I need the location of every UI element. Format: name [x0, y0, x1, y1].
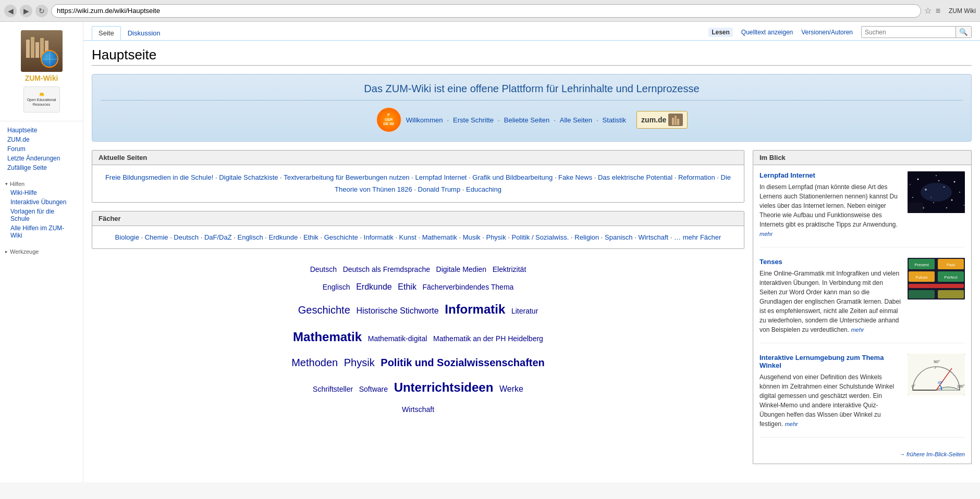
tag-deutsch[interactable]: Deutsch — [310, 265, 337, 273]
link-biologie[interactable]: Biologie — [115, 233, 139, 241]
link-spanisch[interactable]: Spanisch — [605, 233, 632, 241]
search-box: 🔍 — [861, 26, 972, 38]
menu-icon[interactable]: ≡ — [936, 6, 940, 16]
tag-werke[interactable]: Werke — [499, 384, 523, 393]
link-chemie[interactable]: Chemie — [145, 233, 168, 241]
link-deutsch-fach[interactable]: Deutsch — [174, 233, 199, 241]
sidebar-link-zum[interactable]: ZUM.de — [0, 135, 83, 144]
search-button[interactable]: 🔍 — [956, 27, 971, 38]
link-elektrisch[interactable]: Das elektrische Potential — [598, 173, 672, 181]
tag-politik-sozial[interactable]: Politik und Sozialwissenschaften — [381, 357, 545, 368]
sidebar-link-interaktiv[interactable]: Interaktive Übungen — [0, 197, 83, 207]
link-daf[interactable]: DaF/DaZ — [204, 233, 232, 241]
link-freie-bildungsmedien[interactable]: Freie Bildungsmedien in die Schule! — [105, 173, 213, 181]
tab-lesen[interactable]: Lesen — [708, 28, 733, 37]
link-englisch-fach[interactable]: Englisch — [237, 233, 263, 241]
link-lernpfad-internet[interactable]: Lernpfad Internet — [415, 173, 467, 181]
link-educaching[interactable]: Educaching — [466, 185, 501, 193]
back-button[interactable]: ◀ — [4, 5, 17, 17]
svg-point-12 — [921, 183, 952, 202]
logo-text: ZUM-Wiki — [4, 74, 79, 82]
im-blick-more-3[interactable]: mehr — [785, 421, 798, 427]
im-blick-more-1[interactable]: mehr — [760, 231, 773, 237]
link-mathematik-fach[interactable]: Mathematik — [422, 233, 457, 241]
link-religion[interactable]: Religion — [574, 233, 599, 241]
tag-methoden[interactable]: Methoden — [291, 357, 338, 368]
im-blick-body: Lernpfad Internet In diesem Lernpfad (ma… — [753, 165, 972, 464]
reload-button[interactable]: ↻ — [35, 5, 48, 17]
tag-mathematik-digital[interactable]: Mathematik-digital — [368, 334, 427, 343]
tab-versionen[interactable]: Versionen/Autoren — [801, 29, 853, 36]
tag-software[interactable]: Software — [359, 385, 388, 393]
tag-mathematik[interactable]: Mathematik — [293, 330, 362, 344]
tag-mathematik-ph[interactable]: Mathematik an der PH Heidelberg — [433, 334, 543, 343]
sidebar-link-aenderungen[interactable]: Letzte Änderungen — [0, 154, 83, 163]
sidebar-werkzeuge-header[interactable]: ▸ Werkzeuge — [0, 246, 83, 256]
link-mehr-faecher[interactable]: … mehr Fächer — [674, 233, 721, 241]
link-donald-trump[interactable]: Donald Trump — [418, 185, 461, 193]
sidebar-link-forum[interactable]: Forum — [0, 144, 83, 154]
tag-faecherverbindend[interactable]: Fächerverbindendes Thema — [423, 283, 514, 291]
im-blick-nav[interactable]: → frühere Im-Blick-Seiten — [760, 448, 965, 457]
tag-erdkunde[interactable]: Erdkunde — [356, 282, 392, 291]
search-input[interactable] — [862, 27, 956, 38]
faecher-box: Fächer Biologie · Chemie · Deutsch · DaF… — [92, 211, 744, 249]
sidebar-link-alle-hilfen[interactable]: Alle Hilfen im ZUM-Wiki — [0, 223, 83, 240]
zum-de-logo[interactable]: zum.de — [636, 111, 688, 129]
link-erdkunde-fach[interactable]: Erdkunde — [268, 233, 298, 241]
im-blick-title-2[interactable]: Tenses — [760, 258, 901, 266]
banner-link-erste-schritte[interactable]: Erste Schritte — [453, 116, 494, 124]
svg-point-16 — [963, 205, 964, 206]
link-kunst[interactable]: Kunst — [399, 233, 416, 241]
svg-point-13 — [910, 184, 911, 185]
im-blick-more-2[interactable]: mehr — [851, 327, 864, 333]
tag-elektrizitaet[interactable]: Elektrizität — [493, 265, 526, 273]
link-grafik[interactable]: Grafik und Bildbearbeitung — [472, 173, 553, 181]
tag-digitale-medien[interactable]: Digitale Medien — [436, 265, 487, 273]
link-reformation[interactable]: Reformation — [678, 173, 715, 181]
tag-geschichte[interactable]: Geschichte — [298, 304, 350, 316]
logo-image — [21, 30, 63, 72]
tag-schriftsteller[interactable]: Schriftsteller — [313, 385, 353, 393]
tag-wirtschaft[interactable]: Wirtschaft — [402, 405, 434, 414]
link-fake-news[interactable]: Fake News — [558, 173, 592, 181]
link-wirtschaft-fach[interactable]: Wirtschaft — [638, 233, 668, 241]
link-musik[interactable]: Musik — [463, 233, 481, 241]
sidebar-link-hauptseite[interactable]: Hauptseite — [0, 126, 83, 135]
link-politik[interactable]: Politik / Sozialwiss. — [512, 233, 569, 241]
tag-physik[interactable]: Physik — [344, 357, 375, 368]
im-blick-title-3[interactable]: Interaktive Lernumgebung zum Thema Winke… — [760, 354, 901, 369]
link-ethik-fach[interactable]: Ethik — [303, 233, 318, 241]
link-textverarbeitung[interactable]: Textverarbeitung für Bewerbungen nutzen — [284, 173, 409, 181]
tag-literatur[interactable]: Literatur — [511, 307, 538, 315]
link-informatik-fach[interactable]: Informatik — [364, 233, 394, 241]
tag-englisch[interactable]: Englisch — [323, 283, 350, 291]
tag-ethik[interactable]: Ethik — [398, 282, 416, 291]
bookmark-icon[interactable]: ☆ — [924, 6, 932, 16]
sidebar-link-vorlagen[interactable]: Vorlagen für die Schule — [0, 207, 83, 223]
link-physik-fach[interactable]: Physik — [486, 233, 506, 241]
sidebar-link-zufaellig[interactable]: Zufällige Seite — [0, 163, 83, 172]
link-geschichte-fach[interactable]: Geschichte — [324, 233, 358, 241]
im-blick-title-1[interactable]: Lernpfad Internet — [760, 171, 901, 179]
sidebar-hilfen-header[interactable]: ▾ Hilfen — [0, 179, 83, 188]
sidebar-link-wiki-hilfe[interactable]: Wiki-Hilfe — [0, 188, 83, 197]
banner-link-willkommen[interactable]: Willkommen — [406, 116, 443, 124]
tab-diskussion[interactable]: Diskussion — [121, 26, 167, 40]
page-tabs: Seite Diskussion Lesen Quelltext anzeige… — [83, 22, 980, 41]
tag-daf[interactable]: Deutsch als Fremdsprache — [343, 265, 430, 273]
banner-link-statistik[interactable]: Statistik — [603, 116, 627, 124]
banner-link-alle[interactable]: Alle Seiten — [560, 116, 592, 124]
tag-informatik[interactable]: Informatik — [445, 302, 505, 316]
tab-quelltext[interactable]: Quelltext anzeigen — [741, 29, 793, 36]
collapse-icon-2: ▸ — [5, 249, 8, 254]
forward-button[interactable]: ▶ — [20, 5, 32, 17]
tag-unterrichtsideen[interactable]: Unterrichtsideen — [394, 380, 494, 394]
aktuelle-seiten-body: Freie Bildungsmedien in die Schule! · Di… — [92, 165, 744, 202]
address-bar[interactable] — [51, 4, 921, 18]
banner-link-beliebte[interactable]: Beliebte Seiten — [504, 116, 549, 124]
tag-historische[interactable]: Historische Stichworte — [356, 306, 438, 315]
svg-text:0°: 0° — [912, 384, 915, 388]
tab-seite[interactable]: Seite — [92, 26, 121, 40]
link-digitale-schatzkiste[interactable]: Digitale Schatzkiste — [219, 173, 278, 181]
